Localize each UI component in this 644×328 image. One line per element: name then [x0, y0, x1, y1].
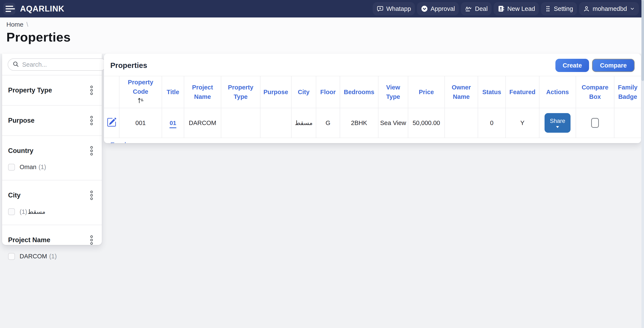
col-property-type[interactable]: Property Type — [221, 76, 260, 108]
contact-card-icon — [498, 5, 505, 12]
excel-export-link[interactable]: Excel — [110, 141, 126, 143]
search-input[interactable] — [22, 61, 102, 68]
col-purpose[interactable]: Purpose — [260, 76, 291, 108]
caret-down-icon — [556, 126, 559, 128]
section-title: Purpose — [8, 116, 34, 124]
table-row: 001 01 DARCOM مسقط G 2BHK Sea View 50,00… — [104, 108, 641, 138]
filter-section-project-name: Project Name DARCOM (1) — [2, 225, 102, 269]
section-title: Project Name — [8, 236, 50, 244]
option-count: (1) — [49, 253, 57, 260]
row-title-link[interactable]: 01 — [170, 120, 176, 128]
option-count: (1) — [20, 208, 27, 215]
cell-property-code: 001 — [119, 108, 162, 138]
nav-item-deal[interactable]: Deal — [461, 2, 492, 15]
properties-panel: Properties Create Compare Property — [104, 54, 641, 143]
cell-owner-name — [445, 108, 478, 138]
user-name: mohamedbd — [593, 5, 627, 12]
chat-spark-icon — [376, 5, 384, 12]
kebab-menu-icon[interactable] — [87, 145, 96, 156]
col-project-name[interactable]: Project Name — [184, 76, 221, 108]
kebab-menu-icon[interactable] — [87, 234, 96, 246]
filter-option-darcom: DARCOM (1) — [8, 253, 96, 260]
cell-view-type: Sea View — [378, 108, 408, 138]
dots-grid-icon — [545, 5, 551, 12]
compare-button[interactable]: Compare — [592, 59, 635, 72]
scrollbar-track[interactable] — [642, 0, 644, 328]
nav-item-label: Deal — [475, 5, 488, 12]
circle-chevron-down-icon — [421, 5, 428, 12]
oman-checkbox[interactable] — [8, 164, 15, 170]
edit-row-button[interactable] — [106, 116, 117, 129]
table-header-row: Property Code Title — [104, 76, 641, 108]
breadcrumb-home[interactable]: Home — [6, 21, 24, 28]
search-box — [8, 58, 107, 71]
filter-section-country: Country Oman (1) — [2, 136, 102, 180]
col-view-type[interactable]: View Type — [378, 76, 408, 108]
filter-option-muscat: (1) مسقط — [8, 208, 96, 215]
nav-item-new-lead[interactable]: New Lead — [494, 2, 539, 15]
col-featured[interactable]: Featured — [506, 76, 539, 108]
page-head: Home\ Properties — [0, 18, 644, 54]
darcom-checkbox[interactable] — [8, 253, 15, 260]
properties-table: Property Code Title — [104, 76, 641, 138]
muscat-checkbox[interactable] — [8, 208, 15, 215]
share-button[interactable]: Share — [544, 113, 570, 133]
nav-item-label: Whatapp — [386, 5, 411, 12]
col-floor[interactable]: Floor — [316, 76, 340, 108]
nav-item-label: New Lead — [507, 5, 535, 12]
option-label: DARCOM — [20, 253, 47, 260]
signature-icon — [465, 5, 472, 12]
person-icon — [583, 5, 590, 12]
col-owner-name[interactable]: Owner Name — [445, 76, 478, 108]
nav-item-whatapp[interactable]: Whatapp — [373, 2, 415, 15]
chevron-down-icon — [630, 6, 635, 12]
kebab-menu-icon[interactable] — [87, 190, 96, 201]
col-price[interactable]: Price — [408, 76, 445, 108]
section-title: Property Type — [8, 86, 52, 94]
filter-section-purpose: Purpose — [2, 106, 102, 136]
kebab-menu-icon[interactable] — [87, 85, 96, 96]
sidebar-search-row — [2, 54, 102, 75]
option-count: (1) — [38, 164, 46, 170]
brand-logo: AQARLINK — [20, 4, 64, 14]
col-property-code[interactable]: Property Code — [119, 76, 162, 108]
col-status[interactable]: Status — [478, 76, 506, 108]
compare-checkbox[interactable] — [591, 118, 599, 128]
panel-title: Properties — [110, 61, 147, 70]
nav-item-label: Approval — [430, 5, 455, 12]
breadcrumb-separator: \ — [26, 21, 28, 28]
section-title: Country — [8, 147, 34, 155]
filters-sidebar: Property Type Purpose — [2, 54, 102, 245]
col-compare-box: Compare Box — [576, 76, 614, 108]
create-button[interactable]: Create — [556, 59, 589, 72]
hamburger-menu-icon[interactable] — [4, 3, 15, 15]
col-actions: Actions — [539, 76, 576, 108]
nav-item-setting[interactable]: Setting — [541, 2, 577, 15]
user-menu[interactable]: mohamedbd — [579, 2, 639, 15]
content-area: Property Type Purpose — [0, 54, 644, 328]
option-label: مسقط — [28, 208, 45, 215]
cell-bedrooms: 2BHK — [340, 108, 378, 138]
top-navbar: AQARLINK Whatapp Approval — [0, 0, 644, 18]
filter-option-oman: Oman (1) — [8, 164, 96, 170]
section-title: City — [8, 191, 21, 199]
cell-city: مسقط — [291, 108, 316, 138]
nav-item-approval[interactable]: Approval — [417, 2, 459, 15]
col-bedrooms[interactable]: Bedrooms — [340, 76, 378, 108]
col-family-badge: Family Badge — [614, 76, 641, 108]
cell-property-type — [221, 108, 260, 138]
filter-section-city: City (1) مسقط — [2, 180, 102, 225]
sort-ascending-icon[interactable] — [137, 97, 144, 106]
col-city[interactable]: City — [291, 76, 316, 108]
col-title[interactable]: Title — [162, 76, 184, 108]
kebab-menu-icon[interactable] — [87, 115, 96, 126]
cell-featured: Y — [506, 108, 539, 138]
search-icon — [12, 61, 19, 68]
filter-section-property-type: Property Type — [2, 76, 102, 106]
cell-family-badge — [614, 108, 641, 138]
cell-price: 50,000.00 — [408, 108, 445, 138]
pencil-square-icon — [107, 124, 116, 128]
col-edit — [104, 76, 119, 108]
panel-header: Properties Create Compare — [104, 54, 641, 76]
scrollbar-thumb[interactable] — [642, 0, 644, 81]
